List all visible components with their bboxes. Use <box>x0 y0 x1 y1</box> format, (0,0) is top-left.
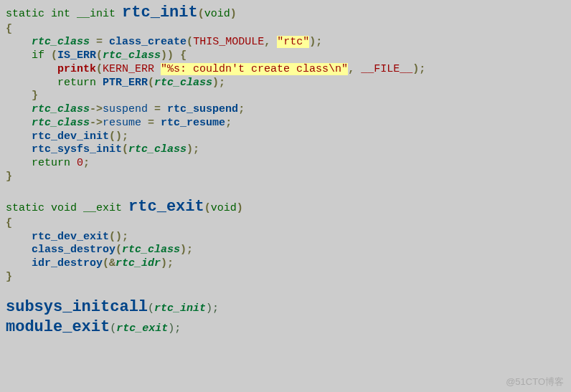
punct: ); <box>212 77 225 89</box>
punct: -> <box>90 103 103 115</box>
num-zero: 0 <box>77 157 83 169</box>
punct: ; <box>238 103 245 115</box>
brace: { <box>6 217 12 229</box>
fn-rtc-dev-exit: rtc_dev_exit <box>32 231 109 243</box>
punct: ( <box>115 244 122 256</box>
punct: = <box>96 36 103 48</box>
member-suspend: suspend <box>103 103 148 115</box>
fn-rtc-exit: rtc_exit <box>128 198 204 216</box>
punct: ); <box>161 257 174 269</box>
punct: ( <box>51 49 57 62</box>
punct: , <box>264 36 270 48</box>
fn-module-exit: module_exit <box>6 318 110 336</box>
macro-this-module: THIS_MODULE <box>193 36 264 48</box>
str-err: "%s: couldn't create class\n" <box>161 63 348 75</box>
punct: -> <box>90 117 103 129</box>
id-rtc-class: rtc_class <box>32 36 90 48</box>
kw-int: int <box>51 8 70 20</box>
punct: ( <box>204 202 211 214</box>
fn-idr-destroy: idr_destroy <box>32 257 103 269</box>
brace: } <box>32 90 38 102</box>
kw-static: static <box>6 8 44 20</box>
fn-ptr-err: PTR_ERR <box>103 77 148 89</box>
punct: ( <box>96 49 103 62</box>
id-rtc-idr: rtc_idr <box>115 257 161 269</box>
member-resume: resume <box>103 117 141 129</box>
punct: ); <box>206 302 219 315</box>
punct: )) <box>161 49 174 62</box>
watermark-label: @51CTO博客 <box>506 376 564 388</box>
id-rtc-init: rtc_init <box>154 302 206 315</box>
kw-return: return <box>57 77 96 89</box>
brace: { <box>6 23 12 35</box>
fn-rtc-dev-init: rtc_dev_init <box>32 130 109 143</box>
macro-file: __FILE__ <box>361 63 412 75</box>
punct: ( <box>187 36 193 48</box>
id-rtc-class: rtc_class <box>32 117 90 129</box>
brace: } <box>6 171 12 183</box>
macro-kern-err: KERN_ERR <box>103 63 154 75</box>
punct: = <box>148 117 154 129</box>
kw-if: if <box>32 49 44 62</box>
kw-return: return <box>32 157 70 169</box>
punct: ( <box>198 8 204 20</box>
punct: ) <box>237 202 243 214</box>
punct: (); <box>109 231 128 243</box>
punct: ; <box>83 157 90 169</box>
punct: ); <box>180 244 193 256</box>
punct: ( <box>96 63 103 75</box>
fn-is-err: IS_ERR <box>57 49 96 62</box>
punct: , <box>348 63 354 75</box>
punct: ( <box>122 143 128 156</box>
punct: ); <box>168 322 181 335</box>
punct: (); <box>109 130 128 143</box>
fn-printk: printk <box>57 63 96 75</box>
kw-void: void <box>204 8 230 20</box>
punct: ) <box>230 8 237 20</box>
punct: ( <box>148 302 154 315</box>
punct: ); <box>309 36 322 48</box>
id-rtc-class: rtc_class <box>154 77 212 89</box>
fn-class-create: class_create <box>109 36 187 48</box>
kw-init: __init <box>77 8 115 20</box>
kw-static: static <box>6 202 44 214</box>
code-block: static int __init rtc_init(void) { rtc_c… <box>0 0 571 340</box>
punct: ; <box>225 117 232 129</box>
punct: ( <box>110 322 116 335</box>
fn-rtc-init: rtc_init <box>122 4 198 21</box>
punct: ( <box>148 77 154 89</box>
id-rtc-class: rtc_class <box>103 49 161 62</box>
str-rtc: "rtc" <box>277 36 309 48</box>
fn-rtc-sysfs-init: rtc_sysfs_init <box>32 143 122 156</box>
punct: = <box>154 103 161 115</box>
brace: } <box>6 271 12 283</box>
id-rtc-exit: rtc_exit <box>116 322 168 335</box>
fn-rtc-resume: rtc_resume <box>161 117 225 129</box>
fn-class-destroy: class_destroy <box>32 244 115 256</box>
punct: ); <box>412 63 425 75</box>
kw-void: void <box>51 202 77 214</box>
id-rtc-class: rtc_class <box>128 143 187 156</box>
punct: (& <box>103 257 115 269</box>
fn-rtc-suspend: rtc_suspend <box>167 103 238 115</box>
punct: ); <box>187 143 199 156</box>
kw-void: void <box>211 202 237 214</box>
id-rtc-class: rtc_class <box>122 244 180 256</box>
brace: { <box>180 49 187 62</box>
id-rtc-class: rtc_class <box>32 103 90 115</box>
kw-exit: __exit <box>83 202 122 214</box>
fn-subsys-initcall: subsys_initcall <box>6 298 148 316</box>
